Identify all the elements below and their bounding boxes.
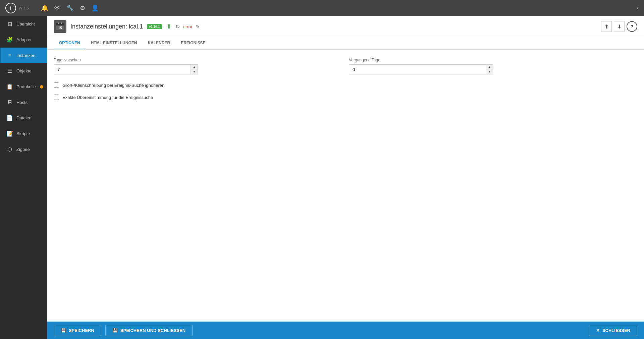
- help-button[interactable]: ?: [627, 21, 637, 32]
- sidebar-item-instanzen[interactable]: ≡ Instanzen: [0, 48, 47, 63]
- grid-icon: ⊞: [6, 21, 13, 27]
- checkbox-row-1: Groß-/Kleinschreibung bei Ereignis-Suche…: [54, 82, 637, 88]
- sidebar-label-instanzen: Instanzen: [16, 53, 35, 58]
- save-button[interactable]: 💾 SPEICHERN: [54, 325, 101, 336]
- sidebar-label-zigbee: Zigbee: [16, 147, 30, 152]
- form-group-tagesvorschau: Tagesvorschau ▲ ▼: [54, 58, 342, 74]
- save-icon: 💾: [61, 328, 66, 333]
- tagesvorschau-spinners: ▲ ▼: [191, 65, 198, 74]
- close-label: SCHLIESSEN: [602, 328, 630, 333]
- upload-button[interactable]: ⬆: [601, 21, 612, 32]
- sidebar-label-hosts: Hosts: [16, 100, 28, 105]
- code-icon: 📝: [6, 130, 13, 137]
- download-button[interactable]: ⬇: [614, 21, 625, 32]
- vergangene-tage-down-button[interactable]: ▼: [486, 69, 493, 74]
- sidebar-item-protokolle[interactable]: 📋 Protokolle: [0, 79, 47, 95]
- server-icon: 🖥: [6, 99, 13, 105]
- sidebar-item-objekte[interactable]: ☰ Objekte: [0, 63, 47, 79]
- checkbox-row-2: Exakte Übereinstimmung für die Ereigniss…: [54, 95, 637, 100]
- vergangene-tage-up-button[interactable]: ▲: [486, 65, 493, 69]
- vergangene-tage-label: Vergangene Tage: [349, 58, 637, 62]
- sidebar-label-uebersicht: Übersicht: [16, 21, 35, 26]
- sidebar-item-skripte[interactable]: 📝 Skripte: [0, 126, 47, 142]
- tagesvorschau-up-button[interactable]: ▲: [191, 65, 198, 69]
- file-icon: 📄: [6, 115, 13, 121]
- form-area: Tagesvorschau ▲ ▼ Vergangene Tage: [47, 50, 644, 322]
- collapse-sidebar-button[interactable]: ‹: [637, 5, 639, 11]
- sidebar-item-zigbee[interactable]: ⬡ Zigbee: [0, 142, 47, 157]
- person-icon[interactable]: 👤: [91, 4, 99, 12]
- version-badge: v1.16.1: [147, 24, 162, 29]
- puzzle-icon: 🧩: [6, 37, 13, 43]
- edit-icon[interactable]: ✎: [196, 24, 200, 29]
- sidebar-item-dateien[interactable]: 📄 Dateien: [0, 110, 47, 126]
- header-controls: ⏸ ↻ error ✎: [166, 23, 200, 30]
- checkbox-exact-match[interactable]: [54, 95, 59, 100]
- app-version: v7.1.5: [19, 6, 29, 10]
- tabs-bar: OPTIONEN HTML EINSTELLUNGEN KALENDER ERE…: [47, 37, 644, 50]
- gear-icon[interactable]: ⚙: [80, 4, 85, 12]
- calendar-icon: 15: [54, 20, 66, 33]
- sidebar-label-objekte: Objekte: [16, 68, 32, 73]
- close-button[interactable]: ✕ SCHLIESSEN: [589, 325, 637, 336]
- form-row-days: Tagesvorschau ▲ ▼ Vergangene Tage: [54, 58, 637, 74]
- save-label: SPEICHERN: [69, 328, 94, 333]
- pause-icon[interactable]: ⏸: [166, 23, 172, 30]
- protokolle-badge: [40, 85, 43, 89]
- bell-icon[interactable]: 🔔: [41, 4, 48, 12]
- svg-text:15: 15: [58, 26, 62, 30]
- calendar-svg: 15: [55, 22, 65, 31]
- page-header: 15 Instanzeinstellungen: ical.1 v1.16.1 …: [47, 16, 644, 37]
- eye-icon[interactable]: 👁: [54, 5, 60, 12]
- list-alt-icon: ☰: [6, 68, 13, 74]
- content-area: 15 Instanzeinstellungen: ical.1 v1.16.1 …: [47, 16, 644, 339]
- sidebar-label-protokolle: Protokolle: [16, 84, 36, 89]
- svg-rect-2: [56, 25, 64, 25]
- tagesvorschau-input[interactable]: [54, 65, 191, 74]
- sidebar-label-skripte: Skripte: [16, 131, 30, 136]
- zigbee-icon: ⬡: [6, 146, 13, 153]
- checkbox-case-insensitive[interactable]: [54, 82, 59, 88]
- error-status: error: [183, 24, 192, 29]
- app-logo: i v7.1.5: [5, 3, 29, 13]
- svg-rect-5: [61, 22, 62, 24]
- save-close-label: SPEICHERN UND SCHLIESSEN: [120, 328, 185, 333]
- svg-rect-4: [58, 22, 59, 24]
- close-icon: ✕: [596, 328, 600, 333]
- sidebar: ⊞ Übersicht 🧩 Adapter ≡ Instanzen ☰ Obje…: [0, 16, 47, 339]
- form-group-vergangene-tage: Vergangene Tage ▲ ▼: [349, 58, 637, 74]
- file-text-icon: 📋: [6, 83, 13, 90]
- main-layout: ⊞ Übersicht 🧩 Adapter ≡ Instanzen ☰ Obje…: [0, 16, 644, 339]
- checkbox-case-insensitive-label[interactable]: Groß-/Kleinschreibung bei Ereignis-Suche…: [62, 83, 164, 88]
- sidebar-item-hosts[interactable]: 🖥 Hosts: [0, 95, 47, 110]
- sidebar-label-adapter: Adapter: [16, 37, 32, 42]
- vergangene-tage-spinners: ▲ ▼: [486, 65, 493, 74]
- tab-html-einstellungen[interactable]: HTML EINSTELLUNGEN: [86, 37, 143, 49]
- vergangene-tage-input[interactable]: [349, 65, 486, 74]
- tagesvorschau-input-wrapper: ▲ ▼: [54, 64, 198, 74]
- sidebar-item-adapter[interactable]: 🧩 Adapter: [0, 32, 47, 48]
- checkbox-exact-match-label[interactable]: Exakte Übereinstimmung für die Ereigniss…: [62, 95, 153, 100]
- list-icon: ≡: [6, 52, 13, 58]
- refresh-icon[interactable]: ↻: [175, 23, 180, 30]
- bottom-bar: 💾 SPEICHERN 💾 SPEICHERN UND SCHLIESSEN ✕…: [47, 322, 644, 339]
- tagesvorschau-label: Tagesvorschau: [54, 58, 342, 62]
- sidebar-label-dateien: Dateien: [16, 115, 32, 120]
- page-title: Instanzeinstellungen: ical.1: [70, 23, 143, 30]
- logo-icon: i: [5, 3, 16, 13]
- tab-kalender[interactable]: KALENDER: [142, 37, 175, 49]
- wrench-icon[interactable]: 🔧: [66, 4, 74, 12]
- sidebar-item-uebersicht[interactable]: ⊞ Übersicht: [0, 16, 47, 32]
- tab-ereignisse[interactable]: EREIGNISSE: [175, 37, 211, 49]
- tagesvorschau-down-button[interactable]: ▼: [191, 69, 198, 74]
- save-close-icon: 💾: [112, 328, 118, 333]
- tab-optionen[interactable]: OPTIONEN: [54, 37, 86, 49]
- top-bar: i v7.1.5 🔔 👁 🔧 ⚙ 👤 ‹: [0, 0, 644, 16]
- vergangene-tage-input-wrapper: ▲ ▼: [349, 64, 493, 74]
- top-bar-icons: 🔔 👁 🔧 ⚙ 👤: [41, 4, 99, 12]
- save-and-close-button[interactable]: 💾 SPEICHERN UND SCHLIESSEN: [105, 325, 193, 336]
